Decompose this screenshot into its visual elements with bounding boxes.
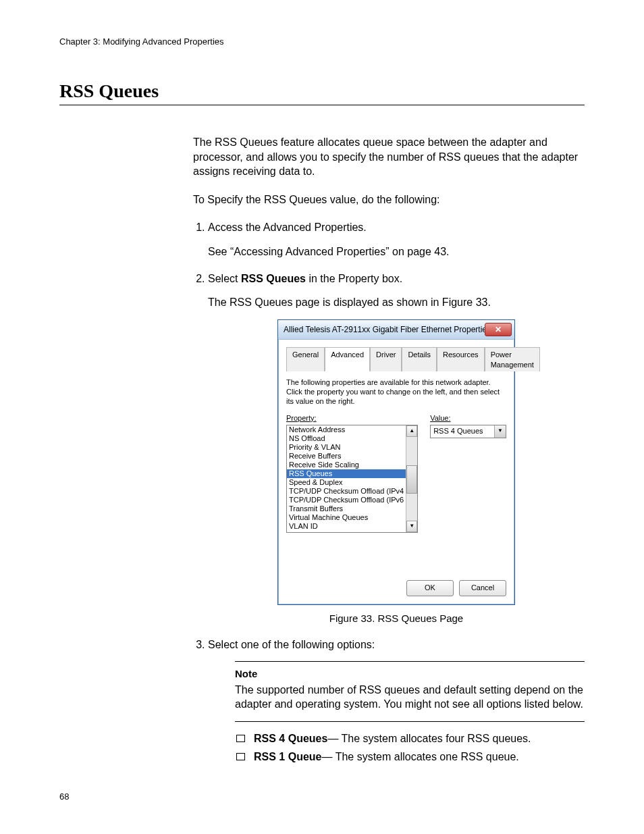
option-list: RSS 4 Queues— The system allocates four …: [235, 731, 585, 764]
dialog-body: General Advanced Driver Details Resource…: [278, 340, 514, 604]
step-2: Select RSS Queues in the Property box. T…: [208, 271, 585, 625]
value-select[interactable]: RSS 4 Queues ▼: [430, 425, 506, 438]
tab-power-management[interactable]: Power Management: [485, 347, 540, 372]
property-item[interactable]: Network Address: [287, 425, 406, 434]
option-rest: — The system allocates one RSS queue.: [321, 751, 518, 762]
step-2-post: in the Property box.: [306, 273, 402, 284]
content-area: The RSS Queues feature allocates queue s…: [193, 135, 585, 764]
step-1: Access the Advanced Properties. See “Acc…: [208, 220, 585, 259]
value-dropdown-button[interactable]: ▼: [494, 425, 506, 438]
property-item[interactable]: TCP/UDP Checksum Offload (IPv4: [287, 487, 406, 496]
property-item-selected[interactable]: RSS Queues: [287, 469, 406, 478]
dialog-description: The following properties are available f…: [286, 378, 506, 406]
property-item[interactable]: Transmit Buffers: [287, 504, 406, 513]
property-item[interactable]: Speed & Duplex: [287, 478, 406, 487]
scroll-track[interactable]: [406, 437, 417, 521]
option-strong: RSS 4 Queues: [254, 733, 327, 744]
option-strong: RSS 1 Queue: [254, 751, 321, 762]
scroll-thumb[interactable]: [406, 465, 417, 494]
note-title: Note: [235, 667, 585, 681]
value-label: Value:: [430, 413, 506, 423]
value-selected: RSS 4 Queues: [431, 426, 494, 436]
step-1-text: Access the Advanced Properties.: [208, 221, 367, 233]
step-2-sub: The RSS Queues page is displayed as show…: [208, 295, 585, 310]
step-2-strong: RSS Queues: [241, 273, 306, 284]
property-item[interactable]: TCP/UDP Checksum Offload (IPv6: [287, 496, 406, 504]
scroll-up-button[interactable]: ▲: [406, 425, 417, 437]
property-label: Property:: [286, 413, 418, 423]
tab-general[interactable]: General: [286, 347, 325, 372]
dialog-button-row: OK Cancel: [286, 580, 506, 596]
page-number: 68: [59, 791, 69, 802]
tab-details[interactable]: Details: [402, 347, 437, 372]
property-item[interactable]: Virtual Machine Queues: [287, 513, 406, 522]
step-1-sub: See “Accessing Advanced Properties” on p…: [208, 244, 585, 259]
intro-paragraph: The RSS Queues feature allocates queue s…: [193, 135, 585, 179]
dialog-titlebar: Allied Telesis AT-2911xx Gigabit Fiber E…: [278, 320, 514, 340]
close-button[interactable]: ✕: [485, 323, 512, 336]
option-rest: — The system allocates four RSS queues.: [327, 733, 531, 744]
tab-driver[interactable]: Driver: [370, 347, 402, 372]
tab-strip: General Advanced Driver Details Resource…: [286, 346, 506, 372]
option-item: RSS 4 Queues— The system allocates four …: [235, 731, 585, 746]
property-column: Property: Network Address NS Offload Pri…: [286, 413, 418, 533]
value-column: Value: RSS 4 Queues ▼: [430, 413, 506, 533]
document-page: Chapter 3: Modifying Advanced Properties…: [0, 0, 644, 834]
note-body: The supported number of RSS queues and d…: [235, 683, 585, 712]
dialog-title: Allied Telesis AT-2911xx Gigabit Fiber E…: [284, 324, 485, 335]
property-item[interactable]: NS Offload: [287, 434, 406, 443]
chevron-down-icon: ▼: [409, 523, 414, 530]
figure-wrap: Allied Telesis AT-2911xx Gigabit Fiber E…: [208, 319, 585, 605]
cancel-button[interactable]: Cancel: [459, 580, 506, 596]
chapter-header: Chapter 3: Modifying Advanced Properties: [59, 36, 585, 47]
note-block: Note The supported number of RSS queues …: [235, 661, 585, 721]
property-item[interactable]: VMQ Lookahead Split: [287, 531, 406, 532]
steps-list: Access the Advanced Properties. See “Acc…: [193, 220, 585, 764]
property-item[interactable]: VLAN ID: [287, 522, 406, 531]
section-title: RSS Queues: [59, 80, 585, 105]
properties-dialog: Allied Telesis AT-2911xx Gigabit Fiber E…: [277, 319, 515, 605]
tab-resources[interactable]: Resources: [437, 347, 485, 372]
property-list[interactable]: Network Address NS Offload Priority & VL…: [287, 425, 406, 532]
chevron-up-icon: ▲: [409, 427, 414, 435]
close-icon: ✕: [495, 324, 502, 335]
property-list-wrap: Network Address NS Offload Priority & VL…: [286, 425, 418, 533]
property-item[interactable]: Priority & VLAN: [287, 443, 406, 452]
option-item: RSS 1 Queue— The system allocates one RS…: [235, 750, 585, 764]
property-scrollbar[interactable]: ▲ ▼: [406, 425, 417, 532]
lead-paragraph: To Specify the RSS Queues value, do the …: [193, 192, 585, 207]
scroll-down-button[interactable]: ▼: [406, 521, 417, 532]
ok-button[interactable]: OK: [406, 580, 454, 596]
step-2-pre: Select: [208, 273, 241, 284]
property-item[interactable]: Receive Side Scaling: [287, 461, 406, 469]
step-3: Select one of the following options: Not…: [208, 637, 585, 764]
step-3-text: Select one of the following options:: [208, 639, 375, 650]
dialog-columns: Property: Network Address NS Offload Pri…: [286, 413, 506, 533]
figure-caption: Figure 33. RSS Queues Page: [208, 612, 585, 625]
chevron-down-icon: ▼: [495, 427, 506, 435]
tab-advanced[interactable]: Advanced: [325, 347, 370, 372]
property-item[interactable]: Receive Buffers: [287, 452, 406, 461]
